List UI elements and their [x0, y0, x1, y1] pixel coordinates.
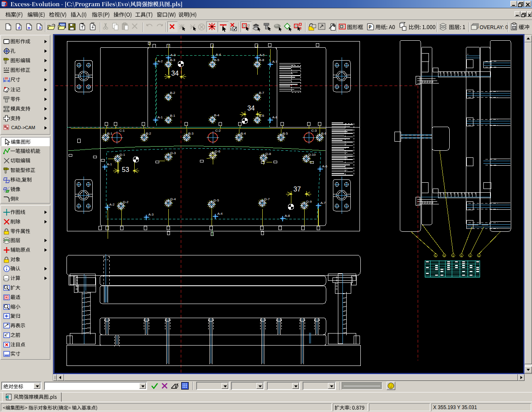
svg-text:A-7: A-7	[320, 201, 326, 205]
svg-text:B-1: B-1	[170, 114, 175, 118]
svg-text:A-2: A-2	[109, 203, 115, 206]
svg-text:C-1: C-1	[119, 129, 125, 132]
svg-text:A-6: A-6	[322, 164, 328, 168]
svg-text:A-8: A-8	[272, 115, 278, 119]
svg-text:37: 37	[293, 186, 301, 193]
svg-text:A-5: A-5	[259, 53, 265, 57]
svg-text:+: +	[5, 285, 7, 289]
svg-text:53: 53	[122, 166, 129, 173]
svg-text:B-8: B-8	[259, 58, 264, 62]
svg-text:34: 34	[247, 105, 255, 112]
svg-text:D-3: D-3	[170, 151, 176, 155]
svg-text:N: N	[453, 255, 454, 257]
svg-text:A-3: A-3	[148, 213, 154, 216]
svg-text:m: m	[28, 26, 30, 30]
svg-text:B-4: B-4	[241, 132, 246, 135]
svg-text:A-2: A-2	[158, 59, 163, 63]
svg-text:d: d	[18, 26, 20, 30]
svg-text:A-1: A-1	[158, 115, 163, 119]
svg-text:D-5: D-5	[214, 199, 219, 202]
svg-text:34: 34	[171, 70, 179, 77]
svg-text:P: P	[369, 25, 372, 29]
svg-text:A-3: A-3	[170, 53, 176, 57]
svg-text:A-4: A-4	[217, 212, 223, 216]
svg-text:C-2: C-2	[215, 129, 221, 132]
svg-text:B-7: B-7	[259, 91, 264, 95]
svg-text:D-6: D-6	[215, 150, 220, 153]
svg-text:D-2: D-2	[123, 200, 128, 204]
svg-text:B-1: B-1	[107, 132, 113, 135]
svg-text:D-8: D-8	[266, 152, 271, 156]
svg-text:D-4: D-4	[170, 197, 176, 201]
svg-text:B-4: B-4	[214, 113, 219, 117]
svg-text:B-5: B-5	[283, 132, 288, 135]
svg-text:A-4: A-4	[216, 53, 221, 56]
svg-text:D-10: D-10	[308, 153, 316, 157]
svg-text:B-3: B-3	[188, 132, 194, 135]
svg-text:B-3: B-3	[170, 58, 175, 62]
svg-text:C-3: C-3	[311, 129, 317, 132]
svg-text:N: N	[470, 255, 471, 257]
svg-text:3: 3	[39, 26, 41, 30]
svg-text:OVERLAY: 0: OVERLAY: 0	[480, 25, 508, 30]
svg-text:D-7: D-7	[264, 197, 270, 201]
svg-text:N: N	[478, 255, 480, 257]
svg-text:N: N	[443, 255, 445, 257]
svg-text:D-9: D-9	[306, 200, 312, 204]
svg-text:A-8: A-8	[285, 214, 290, 218]
svg-text:A-7: A-7	[272, 60, 278, 64]
svg-text:1: 1	[230, 27, 232, 31]
svg-text:B-6: B-6	[321, 132, 327, 135]
svg-text:A-1: A-1	[107, 162, 112, 166]
svg-text:B-2: B-2	[146, 132, 151, 135]
svg-text:B-2: B-2	[170, 91, 175, 95]
svg-text:N: N	[461, 255, 463, 257]
svg-text:D-1: D-1	[120, 153, 125, 157]
svg-text:N: N	[435, 255, 437, 257]
